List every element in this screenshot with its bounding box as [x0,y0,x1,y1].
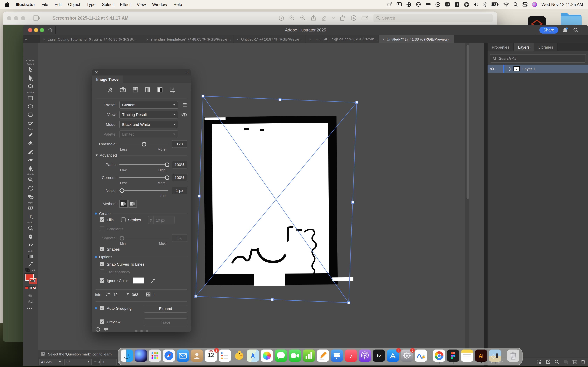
layer-row[interactable]: ❯ Layer 1 [488,65,588,73]
dock-maps-icon[interactable] [247,350,259,362]
curvature-tool[interactable] [27,156,34,163]
selection-tool[interactable] [27,66,34,73]
spotlight-icon[interactable] [513,2,518,7]
volume-icon[interactable] [474,2,479,7]
tab-libraries[interactable]: Libraries [534,43,558,51]
menu-help[interactable]: Help [173,2,182,7]
threshold-slider[interactable] [119,144,168,144]
grammarly-icon[interactable] [406,2,411,7]
creative-cloud-icon[interactable] [416,2,421,7]
share-icon[interactable] [311,15,316,21]
tab-close-icon[interactable]: × [237,37,239,41]
menu-app-name[interactable]: Illustrator [16,2,35,7]
paintbrush-tool[interactable] [27,148,34,155]
threshold-value-field[interactable]: 128 [172,140,187,148]
rotate-view-tool[interactable] [27,241,34,248]
markup-chevron-icon[interactable] [331,17,335,19]
pencil-tool[interactable] [27,131,34,138]
keyboard-viewer-icon[interactable] [387,2,392,7]
tab-close-icon[interactable]: × [43,37,45,41]
zoom-out-icon[interactable] [289,15,295,21]
direct-selection-tool[interactable] [27,75,34,82]
dock-preview-icon[interactable] [489,350,501,362]
layer-expand-chevron-icon[interactable]: ❯ [509,67,511,70]
dock-facetime-icon[interactable] [289,350,301,362]
ellipse-tool[interactable] [27,103,34,110]
eyedropper-tool[interactable] [27,260,34,267]
noise-value-field[interactable]: 1 px [172,187,187,194]
dock-messages-icon[interactable] [275,350,287,362]
pen-tool[interactable] [27,165,34,172]
shapes-checkbox[interactable] [100,247,104,251]
low-color-preset-icon[interactable] [132,87,138,92]
siri-icon[interactable] [532,2,537,7]
bluetooth-icon[interactable] [483,2,486,7]
zoom-tool[interactable] [27,224,34,231]
rotate-icon[interactable] [340,15,346,21]
tab-layers[interactable]: Layers [514,43,534,51]
vertical-scrollbar[interactable] [466,43,469,350]
lock-column[interactable] [497,65,503,73]
corners-value-field[interactable]: 100% [172,174,187,181]
menu-object[interactable]: Object [68,2,80,7]
new-layer-icon[interactable] [572,359,577,364]
dock-tv-icon[interactable]: tv [373,350,385,362]
dock-trash-icon[interactable] [507,350,519,362]
notification-bell-icon[interactable] [562,27,568,33]
zoom-in-icon[interactable] [300,15,306,21]
dock-siri-icon[interactable] [135,350,147,362]
dock-keynote-icon[interactable] [331,350,343,362]
dock-contacts-icon[interactable] [191,350,203,362]
preset-menu-icon[interactable] [181,103,187,107]
view-eye-icon[interactable] [181,113,187,117]
locate-object-icon[interactable] [554,359,559,364]
menu-bar-clock[interactable]: Wed Nov 12 11:25 AM [541,2,583,7]
previous-artboard-icon[interactable]: ◀ [98,360,100,363]
dock-safari-icon[interactable] [163,350,175,362]
markup-pen-icon[interactable] [321,15,327,21]
tab-close-icon[interactable]: × [146,37,148,41]
menu-file[interactable]: File [42,2,48,7]
document-tab-active[interactable]: ×Untitled-4* @ 41.33 % (RGB/Preview) [379,35,454,43]
preset-select[interactable]: Custom [119,101,178,109]
share-button[interactable]: Share [539,26,558,33]
tab-close-icon[interactable]: × [309,37,311,41]
draw-mode-icon[interactable] [27,298,34,305]
panel-resize-grip[interactable] [135,330,148,332]
toolbar-drag-handle[interactable] [26,60,35,61]
dock-music-icon[interactable]: ♪ [345,350,357,362]
dock-freeform-icon[interactable] [415,350,427,362]
preview-zoom-button[interactable] [21,16,25,20]
panel-collapse-icon[interactable]: « [186,70,188,75]
preview-close-button[interactable] [7,16,11,20]
document-tab[interactable]: ×sheridan_template.ai* @ 48.05 % (RGB/Pr… [143,35,233,43]
color-type-buttons[interactable] [25,286,36,290]
gradient-tool[interactable] [27,253,34,260]
type-tool[interactable]: T [27,213,34,220]
dock-appstore-icon[interactable]: 4 [387,350,399,362]
view-select[interactable]: Tracing Result [119,111,178,118]
rotation-select[interactable]: 0° [64,359,92,365]
document-tab[interactable]: ×Laser Cutting Tutorial for 6 cuts.ai @ … [40,35,143,43]
black-and-white-preset-icon[interactable] [157,87,163,92]
mode-select[interactable]: Black and White [119,121,178,128]
dock-podcasts-icon[interactable] [359,350,371,362]
strokes-checkbox[interactable] [121,217,125,222]
tab-properties[interactable]: Properties [488,43,514,51]
document-tab[interactable]: ×L–C（4L）* @ 23.77 % (RGB/Previe… [306,35,379,43]
dock-chrome-icon[interactable] [433,350,445,362]
grayscale-preset-icon[interactable] [145,87,150,92]
paths-slider-thumb[interactable] [165,162,169,167]
width-tool[interactable] [27,176,34,183]
layer-thumbnail[interactable] [513,66,520,71]
menu-select[interactable]: Select [102,2,113,7]
collect-for-export-icon[interactable] [536,359,542,364]
vertical-scrollbar-thumb[interactable] [466,45,469,199]
lasso-tool[interactable] [27,83,34,90]
dock-cyberduck-icon[interactable] [233,350,245,362]
text-box-icon[interactable] [362,15,369,21]
shaper-tool[interactable] [27,119,34,126]
dock-illustrator-icon[interactable]: Ai [475,350,487,362]
image-trace-tab[interactable]: Image Trace [92,75,123,83]
dock-mail-icon[interactable] [177,350,189,362]
